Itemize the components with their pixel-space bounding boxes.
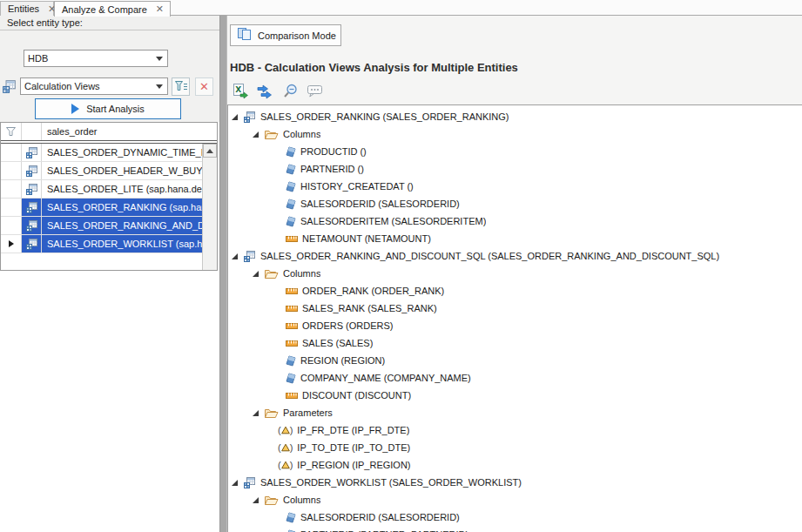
tree-node-label: PARTNERID () [300,164,364,174]
entity-selection-panel: Select entity type: HDB Calculation View… [0,16,219,532]
tree-row[interactable]: DISCOUNT (DISCOUNT) [228,387,802,404]
tree-row[interactable]: PARTNERID () [228,160,802,178]
play-icon [71,104,79,114]
entity-type-combo[interactable]: Calculation Views [20,77,168,95]
tree-row[interactable]: Parameters [228,404,802,421]
system-combo[interactable]: HDB [24,50,168,67]
tree-node-label: Columns [283,495,320,505]
filter-value[interactable]: sales_order [42,123,217,140]
entity-name: SALES_ORDER_RANKING (sap.hana. [42,199,202,216]
system-combo-value: HDB [28,53,48,64]
measure-column-icon [286,340,298,347]
zoom-out-icon[interactable] [281,83,299,100]
open-folder-icon [264,407,279,419]
collapse-expander-icon[interactable] [232,111,243,122]
grid-filter-row[interactable]: sales_order [1,123,217,140]
tree-row[interactable]: ()IP_REGION (IP_REGION) [228,456,802,474]
tree-row[interactable]: ()IP_FR_DTE (IP_FR_DTE) [228,421,802,439]
collapse-expander-icon[interactable] [232,251,243,261]
tree-row[interactable]: Columns [228,265,802,282]
calculation-view-icon [22,217,42,234]
collapse-expander-icon[interactable] [232,477,243,488]
tab-analyze-compare[interactable]: Analyze & Compare ✕ [54,1,171,17]
entity-row[interactable]: SALES_ORDER_DYNAMIC_TIME_PER [1,144,202,162]
tree-node-label: COMPANY_NAME (COMPANY_NAME) [300,373,471,383]
open-folder-icon [264,495,279,506]
collapse-expander-icon[interactable] [253,495,264,505]
attribute-column-icon [286,373,296,384]
entity-row[interactable]: SALES_ORDER_RANKING_AND_DISC [1,217,202,235]
panel-splitter[interactable] [219,16,227,532]
tree-row[interactable]: SALES_RANK (SALES_RANK) [228,300,802,317]
collapse-expander-icon[interactable] [253,407,264,418]
filter-settings-button[interactable] [172,77,190,96]
analysis-header: Comparison Mode HDB - Calculation Views … [227,16,802,105]
export-to-excel-icon[interactable]: X [231,83,248,100]
tree-row[interactable]: Columns [228,125,802,143]
entity-row[interactable]: SALES_ORDER_RANKING (sap.hana. [1,199,202,217]
tree-row[interactable]: SALESORDERID (SALESORDERID) [228,508,802,526]
attribute-column-icon [286,199,296,210]
tree-row[interactable]: REGION (REGION) [228,352,802,369]
entity-row[interactable]: SALES_ORDER_LITE (sap.hana.demo [1,180,202,199]
tree-node-label: SALESORDERID (SALESORDERID) [300,512,460,522]
expand-all-icon[interactable] [256,83,273,100]
tree-node-label: IP_TO_DTE (IP_TO_DTE) [297,442,410,453]
collapse-expander-icon[interactable] [253,268,264,279]
comparison-mode-label: Comparison Mode [258,30,336,41]
calculation-view-icon [22,235,42,253]
filter-icon-cell [22,123,42,140]
comparison-pages-icon [237,27,253,44]
tree-row[interactable]: ()IP_TO_DTE (IP_TO_DTE) [228,439,802,456]
row-gutter [1,199,22,216]
entity-selection-controls: Select entity type: HDB Calculation View… [0,16,219,122]
tree-node-label: SALESORDERID (SALESORDERID) [300,199,460,209]
entity-name: SALES_ORDER_WORKLIST (sap.hana [42,235,202,253]
row-gutter [1,217,22,234]
tab-analyze-compare-label: Analyze & Compare [62,4,147,15]
tree-node-label: SALES_ORDER_RANKING (SALES_ORDER_RANKING… [260,111,509,122]
tree-row[interactable]: SALES_ORDER_WORKLIST (SALES_ORDER_WORKLI… [228,474,802,491]
tree-row[interactable]: SALES (SALES) [228,334,802,352]
clear-filter-icon: ✕ [199,81,209,92]
calculation-view-icon [243,250,256,263]
row-gutter [1,162,22,179]
tree-node-label: SALES_ORDER_RANKING_AND_DISCOUNT_SQL (SA… [260,251,719,261]
tree-row[interactable]: COMPANY_NAME (COMPANY_NAME) [228,369,802,387]
entity-row[interactable]: SALES_ORDER_HEADER_W_BUYER ( [1,162,202,180]
tree-row[interactable]: ORDER_RANK (ORDER_RANK) [228,282,802,300]
tree-row[interactable]: PRODUCTID () [228,143,802,160]
close-icon[interactable]: ✕ [156,4,164,14]
scroll-up-button[interactable] [203,144,217,158]
clear-filter-button[interactable]: ✕ [195,77,213,96]
comments-icon[interactable] [307,83,324,100]
tree-row[interactable]: SALESORDERID (SALESORDERID) [228,195,802,212]
open-folder-icon [264,129,279,140]
calculation-view-icon [22,162,42,179]
tree-row[interactable]: ORDERS (ORDERS) [228,317,802,334]
filter-edit-icon [174,80,188,94]
attribute-column-icon [286,146,296,158]
tab-entities[interactable]: Entities ✕ [0,1,54,16]
tree-row[interactable]: SALESORDERITEM (SALESORDERITEM) [228,212,802,230]
tree-row[interactable]: NETAMOUNT (NETAMOUNT) [228,230,802,247]
start-analysis-button[interactable]: Start Analysis [35,98,181,119]
vertical-scrollbar[interactable] [202,144,217,270]
tab-entities-label: Entities [8,3,39,14]
tree-node-label: Columns [283,268,320,279]
collapse-expander-icon[interactable] [253,129,264,139]
tree-node-label: ORDERS (ORDERS) [302,320,394,331]
input-parameter-icon: () [278,425,293,435]
current-row-arrow-icon [9,240,14,247]
tree-row[interactable]: SALES_ORDER_RANKING (SALES_ORDER_RANKING… [228,108,802,125]
tree-row[interactable]: HISTORY_CREATEDAT () [228,178,802,195]
funnel-icon [1,123,22,140]
tree-row[interactable]: SALES_ORDER_RANKING_AND_DISCOUNT_SQL (SA… [228,247,802,265]
tree-row[interactable]: PARTNERID (PARTNER_PARTNERID) [228,526,802,532]
comparison-mode-button[interactable]: Comparison Mode [230,24,341,46]
analysis-title: HDB - Calculation Views Analysis for Mul… [230,61,518,74]
tree-node-label: Parameters [283,407,333,418]
tree-row[interactable]: Columns [228,491,802,508]
entity-row[interactable]: SALES_ORDER_WORKLIST (sap.hana [1,235,202,253]
measure-column-icon [286,235,298,243]
